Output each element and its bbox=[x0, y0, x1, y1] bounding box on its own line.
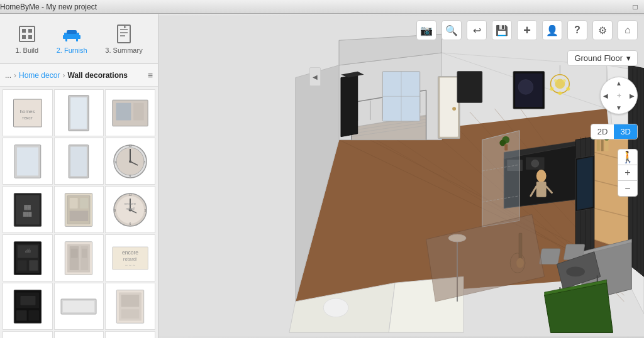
nav-right-button[interactable]: ▶ bbox=[630, 92, 635, 99]
save-button[interactable]: 💾 bbox=[492, 20, 512, 40]
titlebar: HomeByMe - My new project ─ □ ✕ bbox=[0, 0, 644, 14]
svg-rect-157 bbox=[539, 249, 560, 264]
home-button[interactable]: ⌂ bbox=[618, 20, 638, 40]
svg-rect-144 bbox=[605, 140, 609, 151]
zoom-in-button[interactable]: + bbox=[618, 165, 637, 180]
tab-build-label: 1. Build bbox=[15, 46, 38, 54]
floor-selector[interactable]: Ground Floor ▾ bbox=[567, 50, 638, 66]
list-item[interactable] bbox=[54, 89, 104, 136]
svg-rect-23 bbox=[17, 147, 38, 175]
breadcrumb-home-decor[interactable]: Home decor bbox=[19, 71, 60, 80]
svg-rect-77 bbox=[63, 301, 94, 312]
svg-rect-8 bbox=[76, 38, 78, 41]
svg-rect-2 bbox=[28, 29, 32, 33]
list-item[interactable]: ▓▓▓ ░░░ WALL ART bbox=[3, 331, 53, 338]
zoom-controls: 🚶 + − bbox=[618, 149, 638, 197]
view-2d-button[interactable]: 2D bbox=[591, 124, 614, 139]
viewport[interactable]: 📷 🔍 ↩ 💾 + 👤 ? ⚙ ⌂ Ground Floor ▾ ▲ ▼ bbox=[158, 14, 644, 338]
list-item[interactable]: encore retard! ～～～ bbox=[105, 234, 155, 281]
svg-text:6: 6 bbox=[130, 174, 131, 178]
svg-point-129 bbox=[566, 87, 570, 90]
zoom-fit-button[interactable]: 🔍 bbox=[441, 20, 462, 40]
nav-left-button[interactable]: ◀ bbox=[603, 92, 608, 99]
settings-button[interactable]: ⚙ bbox=[592, 20, 613, 40]
navigation-controls: ▲ ▼ ◀ ▶ ✛ bbox=[600, 77, 638, 114]
tab-furnish[interactable]: 2. Furnish bbox=[50, 21, 94, 57]
list-item[interactable] bbox=[54, 283, 104, 330]
list-item[interactable] bbox=[54, 331, 104, 338]
svg-text:3: 3 bbox=[145, 209, 147, 212]
list-item[interactable]: 🏙 bbox=[3, 234, 53, 281]
person-view-button[interactable]: 🚶 bbox=[618, 150, 637, 165]
add-button[interactable]: + bbox=[517, 20, 537, 40]
viewport-toolbar: 📷 🔍 ↩ 💾 + 👤 ? ⚙ ⌂ bbox=[347, 20, 638, 40]
list-item[interactable] bbox=[105, 89, 155, 136]
svg-text:encore: encore bbox=[125, 202, 136, 205]
collapse-panel-button[interactable]: ◀ bbox=[309, 67, 321, 86]
nav-down-button[interactable]: ▼ bbox=[616, 104, 622, 111]
zoom-out-button[interactable]: − bbox=[618, 181, 637, 196]
nav-up-button[interactable]: ▲ bbox=[616, 80, 622, 87]
list-item[interactable]: homes текст bbox=[3, 89, 53, 136]
svg-rect-21 bbox=[133, 102, 144, 120]
tab-furnish-label: 2. Furnish bbox=[57, 46, 87, 54]
list-item[interactable] bbox=[3, 283, 53, 330]
svg-rect-143 bbox=[601, 140, 604, 151]
tab-build[interactable]: 1. Build bbox=[9, 21, 45, 57]
tab-summary[interactable]: 3. Summary bbox=[99, 21, 148, 57]
undo-button[interactable]: ↩ bbox=[467, 20, 487, 40]
svg-rect-142 bbox=[597, 140, 600, 151]
svg-text:🏙: 🏙 bbox=[25, 248, 30, 254]
list-item[interactable]: 12 3 6 9 bbox=[105, 138, 155, 185]
camera-button[interactable]: 📷 bbox=[416, 20, 436, 40]
svg-point-177 bbox=[452, 107, 456, 111]
list-item[interactable] bbox=[54, 138, 104, 185]
list-item[interactable]: ▓▓ ███ bbox=[3, 186, 53, 233]
tab-summary-label: 3. Summary bbox=[105, 46, 142, 54]
svg-rect-73 bbox=[16, 310, 27, 321]
svg-rect-185 bbox=[504, 144, 508, 151]
svg-text:текст: текст bbox=[22, 116, 33, 120]
view-3d-button[interactable]: 3D bbox=[614, 124, 637, 139]
list-item[interactable] bbox=[3, 138, 53, 185]
svg-point-182 bbox=[323, 298, 348, 317]
svg-point-132 bbox=[563, 79, 566, 82]
breadcrumb-current: Wall decorations bbox=[67, 71, 128, 80]
svg-marker-192 bbox=[341, 75, 358, 137]
right-panel: ◀ bbox=[158, 14, 644, 338]
svg-rect-59 bbox=[29, 260, 38, 271]
breadcrumb-dots[interactable]: ... bbox=[5, 71, 11, 80]
help-button[interactable]: ? bbox=[567, 20, 587, 40]
svg-point-131 bbox=[554, 79, 557, 82]
svg-rect-81 bbox=[121, 309, 140, 319]
nav-circle[interactable]: ▲ ▼ ◀ ▶ ✛ bbox=[600, 77, 638, 114]
main-layout: 1. Build 2. Furnish bbox=[0, 14, 644, 338]
account-button[interactable]: 👤 bbox=[542, 20, 562, 40]
svg-point-160 bbox=[566, 267, 585, 277]
svg-text:retard!: retard! bbox=[123, 256, 137, 262]
floor-selector-label: Ground Floor bbox=[574, 53, 623, 63]
list-item[interactable]: 12 3 6 9 encore retard! bbox=[105, 186, 155, 233]
list-item[interactable] bbox=[54, 186, 104, 233]
svg-rect-1 bbox=[22, 29, 26, 33]
svg-text:▓▓: ▓▓ bbox=[24, 204, 31, 210]
svg-text:6: 6 bbox=[130, 222, 131, 226]
nav-center-icon: ✛ bbox=[617, 93, 621, 99]
svg-point-174 bbox=[518, 80, 533, 95]
svg-rect-178 bbox=[457, 72, 482, 102]
svg-text:～～～: ～～～ bbox=[125, 263, 136, 266]
svg-rect-4 bbox=[28, 35, 32, 39]
list-view-icon[interactable]: ≡ bbox=[148, 70, 153, 80]
svg-text:9: 9 bbox=[114, 209, 116, 212]
svg-point-30 bbox=[129, 160, 131, 163]
svg-point-130 bbox=[558, 91, 562, 95]
svg-text:9: 9 bbox=[115, 160, 117, 164]
list-item[interactable] bbox=[105, 283, 155, 330]
svg-text:12: 12 bbox=[128, 193, 132, 197]
svg-rect-20 bbox=[116, 102, 131, 120]
list-item[interactable] bbox=[54, 234, 104, 281]
svg-point-165 bbox=[536, 170, 547, 182]
maximize-button[interactable]: □ bbox=[626, 0, 644, 14]
svg-rect-58 bbox=[18, 260, 27, 271]
list-item[interactable] bbox=[105, 331, 155, 338]
